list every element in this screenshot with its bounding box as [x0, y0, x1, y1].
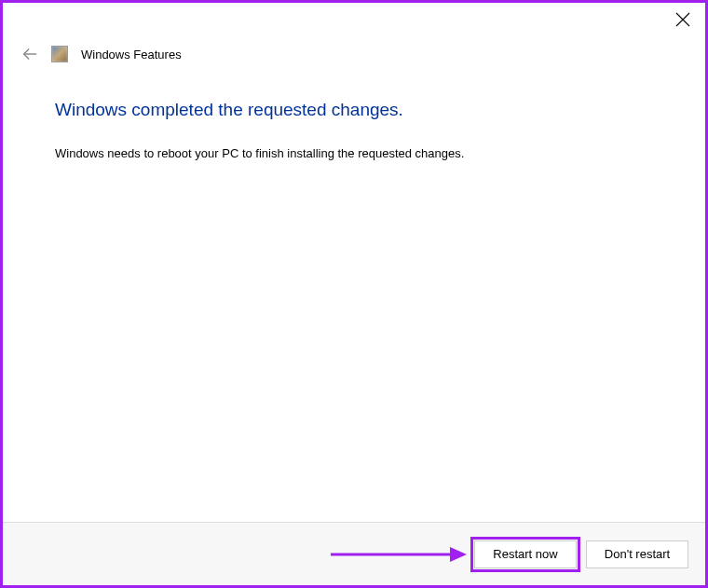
dont-restart-button[interactable]: Don't restart [586, 540, 688, 568]
content-area: Windows completed the requested changes.… [3, 62, 705, 522]
back-arrow-icon[interactable] [21, 46, 38, 62]
heading: Windows completed the requested changes. [55, 100, 659, 120]
body-text: Windows needs to reboot your PC to finis… [55, 146, 659, 160]
svg-marker-4 [450, 547, 467, 562]
dialog-title: Windows Features [81, 48, 182, 62]
header: Windows Features [3, 38, 705, 62]
annotation-arrow-icon [329, 543, 469, 566]
windows-features-icon [51, 46, 68, 62]
titlebar [3, 3, 705, 38]
footer: Restart now Don't restart [3, 522, 705, 585]
close-icon[interactable] [675, 12, 690, 27]
restart-now-button[interactable]: Restart now [474, 540, 577, 568]
